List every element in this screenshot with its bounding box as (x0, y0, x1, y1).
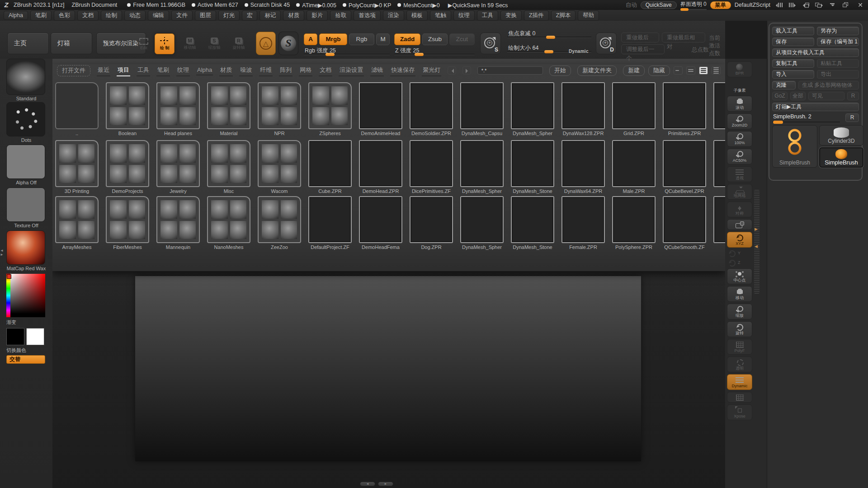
lightbox-tab[interactable]: 快速保存 (390, 65, 415, 76)
primary-color-swatch[interactable] (6, 328, 24, 345)
lightbox-item[interactable]: FiberMeshes (106, 196, 149, 252)
menu-item[interactable]: 影片 (307, 10, 328, 21)
move-mode-button[interactable]: M 移动轴 (180, 33, 200, 54)
lightbox-item[interactable]: Cube.ZPR (308, 140, 352, 196)
menu-item[interactable]: Z脚本 (551, 10, 576, 21)
tool-r-button[interactable]: R (845, 113, 859, 122)
shelf-button[interactable]: Zoom2D (727, 113, 752, 129)
tool-item-cylinder3d[interactable]: Cylinder3D (819, 125, 863, 145)
gradient-label[interactable]: 渐变 (0, 319, 52, 326)
shelf-button[interactable]: AC50% (727, 149, 752, 164)
slider-knob[interactable] (773, 121, 783, 124)
lightbox-item[interactable]: NPR (258, 82, 301, 138)
menu-item[interactable]: 首选项 (354, 10, 381, 21)
menu-item[interactable]: 材质 (283, 10, 304, 21)
shelf-button[interactable]: PolyF (727, 339, 752, 355)
shelf-button[interactable] (727, 392, 752, 403)
shelf-button[interactable]: 旋转 (727, 321, 752, 337)
switch-color-label[interactable]: 切换颜色 (0, 347, 52, 354)
shelf-button[interactable]: 中心点 (727, 268, 752, 284)
lightbox-item[interactable]: DemoAnimeHead (359, 82, 402, 138)
dock-right-icon[interactable] (815, 2, 825, 8)
lightbox-item[interactable]: DemoSoldier.ZPR (410, 82, 453, 138)
lightbox-tab[interactable]: 聚光灯 (422, 65, 441, 76)
start-button[interactable]: 开始 (549, 66, 571, 76)
lightbox-item[interactable]: Material (207, 82, 250, 138)
z-intensity-slider[interactable]: Z 强度 25 (394, 48, 475, 55)
current-material-thumbnail[interactable] (6, 230, 45, 265)
shelf-button[interactable] (727, 219, 752, 230)
lightbox-button[interactable]: 灯箱 (51, 33, 92, 54)
lightbox-tab[interactable]: 纤维 (259, 65, 273, 76)
slider-knob[interactable] (680, 8, 689, 11)
lightbox-item[interactable]: DemoHeadFema (359, 196, 402, 252)
menu-item[interactable]: 笔触 (430, 10, 451, 21)
lightbox-item[interactable]: Boolean (106, 82, 149, 138)
lightbox-tab[interactable]: 纹理 (176, 65, 190, 76)
lightbox-tab[interactable]: 打开文件 (57, 65, 90, 76)
slider-knob[interactable] (546, 36, 555, 39)
lightbox-item[interactable]: ZeeZoo (258, 196, 301, 252)
menu-item[interactable]: 图层 (195, 10, 216, 21)
new-button[interactable]: 新建 (623, 66, 645, 76)
shelf-button[interactable]: 100% (727, 131, 752, 147)
current-brush-thumbnail[interactable] (6, 59, 45, 95)
alternate-color-button[interactable]: 交替 (6, 355, 45, 364)
menu-toggle-button[interactable]: 菜单 (710, 1, 731, 9)
lightbox-item[interactable]: Primitives.ZPR (663, 82, 706, 138)
shelf-button[interactable]: 子像素 (727, 79, 752, 94)
close-button[interactable]: ✕ (855, 2, 865, 8)
lightbox-tab[interactable]: 阵列 (279, 65, 292, 76)
lightbox-item[interactable]: Wacom (258, 140, 301, 196)
lightbox-item[interactable]: DemoProjects (106, 140, 149, 196)
shelf-button[interactable]: 透明 (727, 357, 752, 372)
shelf-button[interactable]: BPR (727, 61, 752, 77)
sculptris-pro-button[interactable]: △ (256, 32, 276, 55)
nav-forward-button[interactable] (462, 66, 471, 75)
shelf-button[interactable]: 透视 (727, 166, 752, 182)
lightbox-tab[interactable]: 噪波 (239, 65, 253, 76)
hue-strip[interactable] (6, 274, 10, 317)
lightbox-tab[interactable]: 网格 (299, 65, 312, 76)
expand-ui-icon[interactable] (788, 2, 797, 8)
lightbox-item[interactable]: QCu (713, 82, 725, 138)
goz-button[interactable]: GoZ (772, 92, 788, 100)
lightbox-tab[interactable]: 材质 (219, 65, 233, 76)
lightbox-tab[interactable]: 渲染设置 (339, 65, 364, 76)
lightbox-item[interactable]: DicePrimitives.ZF (410, 140, 453, 196)
shelf-button[interactable]: Y (727, 249, 752, 257)
lightbox-tab[interactable]: 最近 (97, 65, 110, 76)
shelf-button[interactable]: XYZ (727, 232, 752, 248)
lightbox-item[interactable]: QCubeSmooth.ZF (663, 196, 706, 252)
lightbox-item[interactable]: DynaMesh_Stone (511, 140, 554, 196)
restore-button[interactable] (842, 2, 852, 8)
shelf-button[interactable]: 缩放 (727, 304, 752, 319)
lightbox-item[interactable]: QCubeBevel.ZPR (663, 140, 706, 196)
color-picker[interactable] (6, 274, 45, 317)
menu-item[interactable]: 笔刷 (30, 10, 52, 21)
scroll-left-button[interactable]: ◄ (360, 482, 375, 486)
save-as-button[interactable]: 另存为 (817, 27, 859, 35)
focal-shift-slider[interactable]: 焦点衰减 0 (507, 31, 591, 38)
right-divider-handle[interactable]: ▶ ◀ (754, 190, 760, 294)
clone-button[interactable]: 克隆 (772, 81, 796, 89)
make-polymesh-button[interactable]: 生成 多边形网格物体 (798, 81, 859, 89)
shelf-button[interactable]: Z (727, 259, 752, 267)
export-button[interactable]: 导出 (817, 70, 859, 79)
draw-size-brush-button[interactable]: + D (596, 33, 617, 54)
minimize-button[interactable] (828, 2, 838, 8)
menu-item[interactable]: 文档 (77, 10, 99, 21)
lightbox-item[interactable]: DynaMesh_Capsu (460, 82, 504, 138)
tweak-last-button[interactable]: 调整最后一个 (621, 44, 665, 54)
dynamic-label[interactable]: Dynamic (569, 49, 589, 54)
redo-last-button[interactable]: 重做最后 (621, 33, 659, 42)
lightbox-tool-button[interactable]: 灯箱▶工具 (772, 103, 859, 111)
copy-tool-button[interactable]: 复制工具 (772, 59, 814, 68)
menu-item[interactable]: 动态 (124, 10, 146, 21)
lightbox-item[interactable]: ZSpheres (308, 82, 352, 138)
mrgb-toggle[interactable]: Mrgb (319, 33, 347, 45)
lightbox-item[interactable]: DynaMesh_Spher (460, 196, 504, 252)
goz-r-button[interactable]: R (847, 92, 859, 100)
tool-item-simplebrush[interactable]: SimpleBrush (819, 147, 863, 168)
save-button[interactable]: 保存 (772, 38, 814, 46)
